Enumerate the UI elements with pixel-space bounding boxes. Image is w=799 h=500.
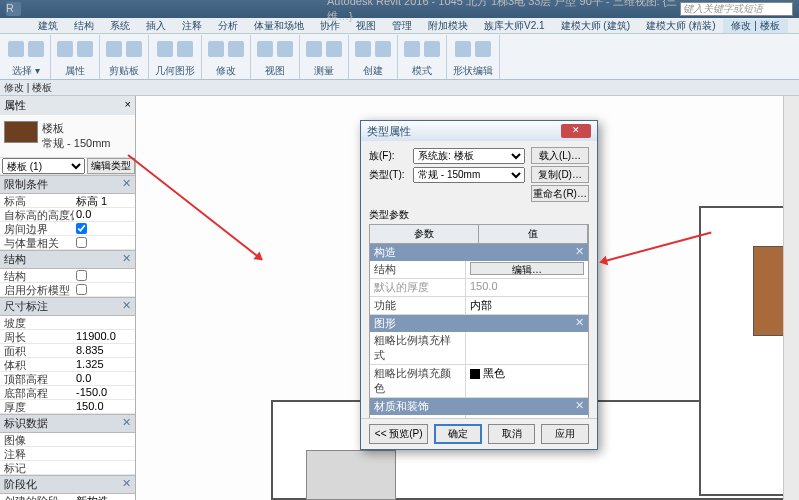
type-select[interactable]: 常规 - 150mm [413,167,525,183]
expand-icon[interactable]: ✕ [122,416,131,431]
param-value[interactable]: 黑色 [466,365,588,397]
furniture-element[interactable] [306,450,396,500]
scrollbar-vertical[interactable] [783,96,799,500]
ribbon-icon[interactable] [28,41,44,57]
app-menu-icon[interactable]: R [6,2,21,16]
ribbon-icon[interactable] [228,41,244,57]
property-value[interactable]: 150.0 [74,400,135,413]
expand-icon[interactable]: ✕ [122,477,131,492]
ribbon-icon[interactable] [157,41,173,57]
menu-tab[interactable]: 协作 [312,19,348,33]
family-select[interactable]: 系统族: 楼板 [413,148,525,164]
menu-tab[interactable]: 体量和场地 [246,19,312,33]
property-value[interactable] [74,447,135,460]
property-value[interactable]: 标高 1 [74,194,135,207]
property-value[interactable]: 新构造 [74,494,135,500]
property-value[interactable] [74,316,135,329]
property-row: 启用分析模型 [0,283,135,297]
menu-tab[interactable]: 系统 [102,19,138,33]
menu-tab[interactable]: 建筑 [30,19,66,33]
menu-tab[interactable]: 注释 [174,19,210,33]
expand-icon[interactable]: ✕ [122,299,131,314]
ribbon-icon[interactable] [355,41,371,57]
ribbon-group: 形状编辑 [447,35,500,79]
ribbon-icon[interactable] [455,41,471,57]
cancel-button[interactable]: 取消 [488,424,536,444]
param-value[interactable]: 内部 [466,297,588,314]
property-value[interactable]: 1.325 [74,358,135,371]
property-value[interactable]: 8.835 [74,344,135,357]
param-value[interactable] [466,332,588,364]
ribbon-icon[interactable] [8,41,24,57]
property-section-header[interactable]: 结构✕ [0,250,135,269]
property-value[interactable]: 0.0 [74,372,135,385]
property-value[interactable]: -150.0 [74,386,135,399]
close-icon[interactable]: × [125,98,131,113]
edit-type-button[interactable]: 编辑类型 [87,158,135,174]
property-section-header[interactable]: 标识数据✕ [0,414,135,433]
ribbon-icon[interactable] [475,41,491,57]
menu-tab[interactable]: 修改 | 楼板 [723,19,787,33]
property-checkbox[interactable] [76,237,87,248]
menu-tab[interactable]: 分析 [210,19,246,33]
property-checkbox[interactable] [76,270,87,281]
property-section-header[interactable]: 阶段化✕ [0,475,135,494]
ok-button[interactable]: 确定 [434,424,482,444]
ribbon-icon[interactable] [208,41,224,57]
ribbon-icon[interactable] [57,41,73,57]
property-value[interactable] [74,269,135,282]
dialog-title-bar[interactable]: 类型属性 ✕ [361,121,597,141]
property-section-header[interactable]: 限制条件✕ [0,175,135,194]
property-key: 坡度 [0,316,74,329]
ribbon-icon[interactable] [375,41,391,57]
edit-struct-button[interactable]: 编辑… [470,262,584,275]
param-value[interactable]: 编辑… [466,261,588,278]
expand-icon[interactable]: ✕ [122,252,131,267]
ribbon-icon[interactable] [126,41,142,57]
ribbon-icon[interactable] [424,41,440,57]
ribbon-icon[interactable] [277,41,293,57]
load-button[interactable]: 载入(L)… [531,147,589,164]
search-input[interactable]: 键入关键字或短语 [680,2,793,16]
property-value[interactable] [74,236,135,249]
property-value[interactable]: 11900.0 [74,330,135,343]
apply-button[interactable]: 应用 [541,424,589,444]
rename-button[interactable]: 重命名(R)… [531,185,589,202]
ribbon-icon[interactable] [257,41,273,57]
ribbon-icon[interactable] [177,41,193,57]
menu-tab[interactable]: 插入 [138,19,174,33]
ribbon-icon[interactable] [306,41,322,57]
expand-icon[interactable]: ✕ [575,316,584,331]
close-icon[interactable]: ✕ [561,124,591,138]
property-value[interactable]: 0.0 [74,208,135,221]
type-selector-card[interactable]: 楼板 常规 - 150mm [0,115,135,158]
param-category-header[interactable]: 构造✕ [370,244,588,261]
param-category-header[interactable]: 图形✕ [370,315,588,332]
property-value[interactable] [74,433,135,446]
property-value[interactable] [74,461,135,474]
param-value[interactable]: 150.0 [466,279,588,296]
property-checkbox[interactable] [76,284,87,295]
expand-icon[interactable]: ✕ [122,177,131,192]
menu-tab[interactable]: 建模大师 (精装) [638,19,723,33]
preview-button[interactable]: << 预览(P) [369,424,428,444]
menu-tab[interactable]: 结构 [66,19,102,33]
menu-tab[interactable]: 附加模块 [420,19,476,33]
expand-icon[interactable]: ✕ [575,399,584,414]
ribbon-icon[interactable] [326,41,342,57]
property-section-header[interactable]: 尺寸标注✕ [0,297,135,316]
property-value[interactable] [74,283,135,296]
menu-tab[interactable]: 视图 [348,19,384,33]
menu-tab[interactable]: 管理 [384,19,420,33]
param-category-header[interactable]: 材质和装饰✕ [370,398,588,415]
duplicate-button[interactable]: 复制(D)… [531,166,589,183]
ribbon-icon[interactable] [106,41,122,57]
property-value[interactable] [74,222,135,235]
expand-icon[interactable]: ✕ [575,245,584,260]
menu-tab[interactable]: 族库大师V2.1 [476,19,553,33]
instance-selector[interactable]: 楼板 (1) [2,158,85,174]
property-checkbox[interactable] [76,223,87,234]
ribbon-icon[interactable] [404,41,420,57]
ribbon-icon[interactable] [77,41,93,57]
menu-tab[interactable]: 建模大师 (建筑) [553,19,638,33]
